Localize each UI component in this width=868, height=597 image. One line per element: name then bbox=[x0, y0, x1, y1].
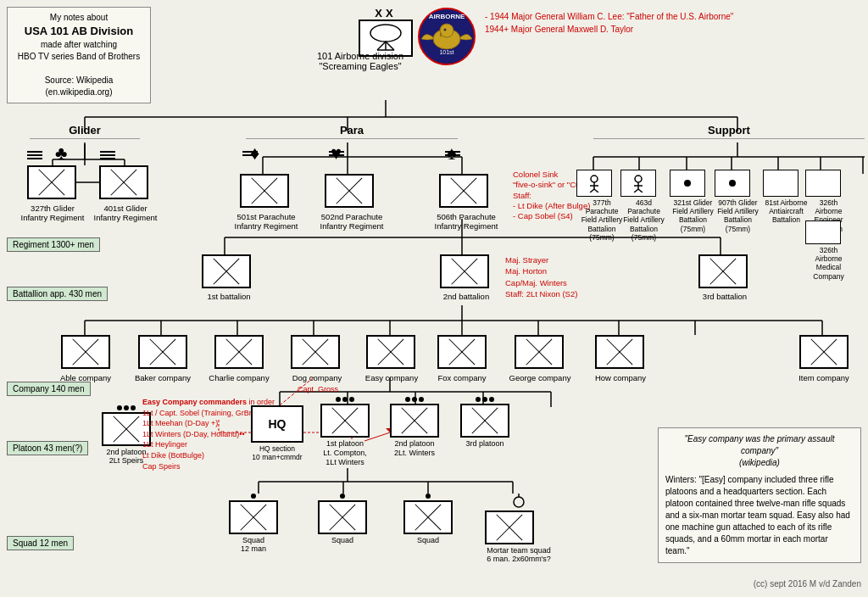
item-company-label: Item company bbox=[793, 373, 855, 382]
easy-company-box bbox=[366, 335, 415, 369]
501st-unit-box bbox=[240, 174, 289, 208]
charlie-company-box bbox=[214, 335, 264, 369]
2nd-platoon-mid-box bbox=[390, 404, 439, 438]
battalion-size-label: Battallion app. 430 men bbox=[7, 287, 108, 301]
506th-label: 506th ParachuteInfantry Regiment bbox=[428, 212, 504, 231]
3rd-battalion-box bbox=[698, 254, 748, 288]
2nd-battalion-staff: Maj. StrayerMaj. HortonCap/Maj. WintersS… bbox=[505, 254, 577, 299]
svg-line-82 bbox=[634, 189, 638, 192]
notes-box: My notes about USA 101 AB Division made … bbox=[7, 7, 151, 103]
svg-point-71 bbox=[440, 24, 453, 37]
squad3-box bbox=[403, 500, 453, 534]
squad-size-label: Squad 12 men bbox=[7, 536, 74, 550]
svg-point-72 bbox=[444, 29, 447, 31]
3rd-platoon-label: 3rd platoon bbox=[460, 439, 509, 449]
1st-platoon-container: 1st platoonLt. Compton,1Lt Winters bbox=[320, 397, 370, 466]
svg-line-66 bbox=[386, 42, 394, 50]
506th-unit-box bbox=[439, 174, 488, 208]
glider-section-label: Glider bbox=[30, 124, 140, 139]
svg-point-79 bbox=[635, 176, 642, 182]
easy-company-label: Easy company bbox=[360, 373, 423, 382]
support-section-label: Support bbox=[593, 124, 865, 139]
support-321st: 321st GliderField ArtilleryBattalion(75m… bbox=[670, 170, 716, 233]
how-company-box bbox=[595, 335, 644, 369]
top-unit-rank: XX bbox=[352, 7, 420, 57]
svg-point-63 bbox=[370, 25, 401, 42]
quote-text: "Easy company was the primary assault co… bbox=[665, 433, 854, 469]
mortar-squad-container: Mortar team squad6 man. 2x60mm's? bbox=[485, 494, 553, 563]
svg-line-78 bbox=[594, 189, 598, 192]
502nd-label: 502nd ParachuteInfantry Regiment bbox=[314, 212, 390, 231]
327th-label: 327th GliderInfantry Regiment bbox=[15, 204, 90, 222]
squad3-label: Squad bbox=[403, 536, 453, 544]
1st-battalion-box bbox=[202, 254, 251, 288]
mortar-squad-box bbox=[485, 511, 534, 544]
squad1-container: Squad12 man bbox=[229, 494, 278, 553]
2nd-battalion-label: 2nd battalion bbox=[432, 292, 500, 301]
airborne-patch: AIRBORNE 101st bbox=[417, 7, 476, 68]
squad2-container: Squad bbox=[318, 494, 367, 544]
hq-box: HQ bbox=[251, 405, 303, 443]
3rd-platoon-container: 3rd platoon bbox=[460, 397, 509, 449]
regiment-size-label: Regiment 1300+ men bbox=[7, 237, 100, 252]
support-326med: 326thAirborneMedicalCompany bbox=[805, 220, 852, 281]
fox-company-label: Fox company bbox=[431, 373, 493, 382]
para-section-label: Para bbox=[246, 124, 458, 139]
notes-line2: made after watching bbox=[14, 39, 143, 51]
svg-line-83 bbox=[638, 189, 643, 192]
501st-label: 501st ParachuteInfantry Regiment bbox=[228, 212, 304, 231]
svg-text:AIRBORNE: AIRBORNE bbox=[429, 13, 465, 20]
svg-point-74 bbox=[591, 176, 598, 182]
dog-company-note: Capt. Gross bbox=[288, 385, 348, 393]
able-company-label: Able company bbox=[54, 373, 117, 382]
svg-line-64 bbox=[377, 42, 386, 50]
svg-point-84 bbox=[514, 497, 524, 507]
george-company-box bbox=[515, 335, 564, 369]
george-company-label: George company bbox=[506, 373, 574, 382]
506th-rank-lines bbox=[445, 151, 460, 156]
support-463d: 463dParachuteField ArtilleryBattalion(75… bbox=[620, 170, 667, 242]
mortar-squad-label: Mortar team squad6 man. 2x60mm's? bbox=[485, 546, 553, 563]
502nd-unit-box bbox=[325, 174, 374, 208]
401st-unit-box bbox=[99, 165, 148, 199]
502nd-rank-lines bbox=[329, 151, 344, 156]
platoon-size-label: Platoon 43 men(?) bbox=[7, 441, 88, 455]
squad1-box bbox=[229, 500, 278, 534]
support-377th: 377thParachuteField ArtilleryBattalion(7… bbox=[576, 170, 627, 242]
notes-division: USA 101 AB Division bbox=[14, 24, 143, 39]
baker-company-label: Baker company bbox=[131, 373, 194, 382]
notes-source: Source: Wikipedia (en.wikipedia.org) bbox=[14, 75, 143, 98]
1st-battalion-label: 1st battalion bbox=[195, 292, 263, 301]
top-unit-label: 101 Airborne division "Screaming Eagles" bbox=[301, 51, 420, 71]
401st-label: 401st GliderInfantry Regiment bbox=[88, 204, 163, 222]
quote-box: "Easy company was the primary assault co… bbox=[658, 427, 861, 563]
notes-line1: My notes about bbox=[14, 12, 143, 24]
hq-section-container: HQ HQ section10 man+cmmdr bbox=[251, 405, 303, 461]
charlie-company-label: Charlie company bbox=[206, 373, 272, 382]
baker-company-box bbox=[138, 335, 187, 369]
support-81st: 81st AirborneAntiaircraftBattalion bbox=[763, 170, 810, 225]
2nd-platoon-mid-label: 2nd platoon2Lt. Winters bbox=[390, 439, 439, 458]
credit-text: (cc) sept 2016 M v/d Zanden bbox=[754, 579, 861, 589]
dog-company-label: Dog company bbox=[286, 373, 348, 382]
dog-company-box bbox=[291, 335, 340, 369]
able-company-box bbox=[61, 335, 110, 369]
401st-rank-lines bbox=[100, 151, 115, 159]
notes-line3: HBO TV series Band of Brothers bbox=[14, 51, 143, 63]
item-company-box bbox=[799, 335, 849, 369]
company-size-label: Company 140 men bbox=[7, 382, 91, 396]
3rd-platoon-box bbox=[460, 404, 509, 438]
327th-rank-lines bbox=[27, 151, 42, 159]
svg-text:101st: 101st bbox=[439, 49, 453, 55]
fox-company-box bbox=[437, 335, 487, 369]
hq-label: HQ section10 man+cmmdr bbox=[251, 444, 303, 461]
1st-platoon-box bbox=[320, 404, 370, 438]
3rd-battalion-label: 3rd battalion bbox=[691, 292, 759, 301]
squad2-box bbox=[318, 500, 367, 534]
svg-line-77 bbox=[590, 189, 594, 192]
squad2-label: Squad bbox=[318, 536, 367, 544]
1st-platoon-label: 1st platoonLt. Compton,1Lt Winters bbox=[320, 439, 370, 466]
2nd-battalion-box bbox=[440, 254, 489, 288]
squad1-label: Squad12 man bbox=[229, 536, 278, 553]
2nd-platoon-mid-container: 2nd platoon2Lt. Winters bbox=[390, 397, 439, 458]
